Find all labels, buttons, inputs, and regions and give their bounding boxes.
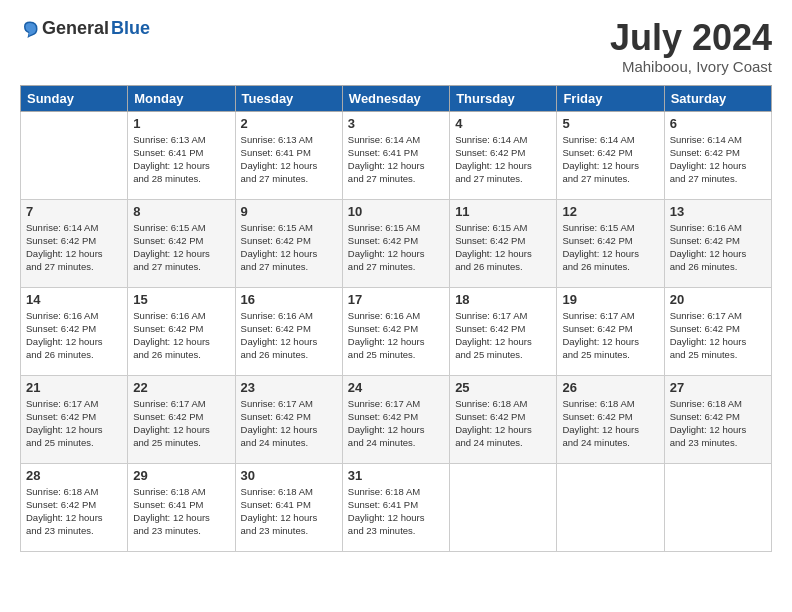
calendar-cell: 25Sunrise: 6:18 AM Sunset: 6:42 PM Dayli… <box>450 375 557 463</box>
calendar-cell: 18Sunrise: 6:17 AM Sunset: 6:42 PM Dayli… <box>450 287 557 375</box>
day-number: 17 <box>348 292 444 307</box>
day-number: 26 <box>562 380 658 395</box>
calendar-week-5: 28Sunrise: 6:18 AM Sunset: 6:42 PM Dayli… <box>21 463 772 551</box>
day-info: Sunrise: 6:14 AM Sunset: 6:42 PM Dayligh… <box>26 221 122 274</box>
day-number: 23 <box>241 380 337 395</box>
calendar-cell: 14Sunrise: 6:16 AM Sunset: 6:42 PM Dayli… <box>21 287 128 375</box>
day-number: 9 <box>241 204 337 219</box>
calendar-cell: 11Sunrise: 6:15 AM Sunset: 6:42 PM Dayli… <box>450 199 557 287</box>
calendar-cell: 1Sunrise: 6:13 AM Sunset: 6:41 PM Daylig… <box>128 111 235 199</box>
day-number: 27 <box>670 380 766 395</box>
day-number: 14 <box>26 292 122 307</box>
calendar-cell: 13Sunrise: 6:16 AM Sunset: 6:42 PM Dayli… <box>664 199 771 287</box>
calendar-header-wednesday: Wednesday <box>342 85 449 111</box>
calendar-cell: 21Sunrise: 6:17 AM Sunset: 6:42 PM Dayli… <box>21 375 128 463</box>
day-info: Sunrise: 6:17 AM Sunset: 6:42 PM Dayligh… <box>133 397 229 450</box>
day-info: Sunrise: 6:17 AM Sunset: 6:42 PM Dayligh… <box>241 397 337 450</box>
calendar-cell: 19Sunrise: 6:17 AM Sunset: 6:42 PM Dayli… <box>557 287 664 375</box>
day-info: Sunrise: 6:16 AM Sunset: 6:42 PM Dayligh… <box>241 309 337 362</box>
day-info: Sunrise: 6:15 AM Sunset: 6:42 PM Dayligh… <box>133 221 229 274</box>
calendar-cell <box>664 463 771 551</box>
day-number: 4 <box>455 116 551 131</box>
calendar-cell: 26Sunrise: 6:18 AM Sunset: 6:42 PM Dayli… <box>557 375 664 463</box>
day-number: 20 <box>670 292 766 307</box>
day-info: Sunrise: 6:18 AM Sunset: 6:41 PM Dayligh… <box>133 485 229 538</box>
day-info: Sunrise: 6:15 AM Sunset: 6:42 PM Dayligh… <box>348 221 444 274</box>
day-info: Sunrise: 6:17 AM Sunset: 6:42 PM Dayligh… <box>348 397 444 450</box>
calendar-cell: 5Sunrise: 6:14 AM Sunset: 6:42 PM Daylig… <box>557 111 664 199</box>
calendar-header-friday: Friday <box>557 85 664 111</box>
day-number: 3 <box>348 116 444 131</box>
month-title: July 2024 <box>610 18 772 58</box>
day-info: Sunrise: 6:17 AM Sunset: 6:42 PM Dayligh… <box>26 397 122 450</box>
calendar-header-tuesday: Tuesday <box>235 85 342 111</box>
calendar-header-monday: Monday <box>128 85 235 111</box>
calendar-cell: 24Sunrise: 6:17 AM Sunset: 6:42 PM Dayli… <box>342 375 449 463</box>
day-number: 15 <box>133 292 229 307</box>
calendar-header-sunday: Sunday <box>21 85 128 111</box>
day-number: 19 <box>562 292 658 307</box>
location-title: Mahiboou, Ivory Coast <box>610 58 772 75</box>
day-number: 22 <box>133 380 229 395</box>
calendar-cell: 29Sunrise: 6:18 AM Sunset: 6:41 PM Dayli… <box>128 463 235 551</box>
day-info: Sunrise: 6:16 AM Sunset: 6:42 PM Dayligh… <box>670 221 766 274</box>
logo-general: General <box>42 18 109 39</box>
calendar-cell: 15Sunrise: 6:16 AM Sunset: 6:42 PM Dayli… <box>128 287 235 375</box>
day-info: Sunrise: 6:14 AM Sunset: 6:42 PM Dayligh… <box>562 133 658 186</box>
day-info: Sunrise: 6:15 AM Sunset: 6:42 PM Dayligh… <box>455 221 551 274</box>
day-number: 8 <box>133 204 229 219</box>
day-info: Sunrise: 6:18 AM Sunset: 6:42 PM Dayligh… <box>455 397 551 450</box>
calendar-cell: 3Sunrise: 6:14 AM Sunset: 6:41 PM Daylig… <box>342 111 449 199</box>
calendar-cell: 7Sunrise: 6:14 AM Sunset: 6:42 PM Daylig… <box>21 199 128 287</box>
day-number: 24 <box>348 380 444 395</box>
day-number: 5 <box>562 116 658 131</box>
day-number: 16 <box>241 292 337 307</box>
day-info: Sunrise: 6:18 AM Sunset: 6:42 PM Dayligh… <box>562 397 658 450</box>
calendar-header-thursday: Thursday <box>450 85 557 111</box>
calendar-week-3: 14Sunrise: 6:16 AM Sunset: 6:42 PM Dayli… <box>21 287 772 375</box>
calendar-cell: 16Sunrise: 6:16 AM Sunset: 6:42 PM Dayli… <box>235 287 342 375</box>
day-info: Sunrise: 6:16 AM Sunset: 6:42 PM Dayligh… <box>26 309 122 362</box>
day-info: Sunrise: 6:13 AM Sunset: 6:41 PM Dayligh… <box>133 133 229 186</box>
day-number: 31 <box>348 468 444 483</box>
day-number: 28 <box>26 468 122 483</box>
calendar-week-2: 7Sunrise: 6:14 AM Sunset: 6:42 PM Daylig… <box>21 199 772 287</box>
calendar-cell: 17Sunrise: 6:16 AM Sunset: 6:42 PM Dayli… <box>342 287 449 375</box>
header: GeneralBlue July 2024 Mahiboou, Ivory Co… <box>20 18 772 75</box>
calendar-header-row: SundayMondayTuesdayWednesdayThursdayFrid… <box>21 85 772 111</box>
day-info: Sunrise: 6:17 AM Sunset: 6:42 PM Dayligh… <box>670 309 766 362</box>
day-number: 25 <box>455 380 551 395</box>
calendar-cell: 22Sunrise: 6:17 AM Sunset: 6:42 PM Dayli… <box>128 375 235 463</box>
day-info: Sunrise: 6:18 AM Sunset: 6:42 PM Dayligh… <box>670 397 766 450</box>
calendar-cell: 10Sunrise: 6:15 AM Sunset: 6:42 PM Dayli… <box>342 199 449 287</box>
day-number: 30 <box>241 468 337 483</box>
day-info: Sunrise: 6:14 AM Sunset: 6:41 PM Dayligh… <box>348 133 444 186</box>
day-number: 12 <box>562 204 658 219</box>
day-number: 29 <box>133 468 229 483</box>
calendar-cell: 12Sunrise: 6:15 AM Sunset: 6:42 PM Dayli… <box>557 199 664 287</box>
calendar-cell: 9Sunrise: 6:15 AM Sunset: 6:42 PM Daylig… <box>235 199 342 287</box>
day-number: 18 <box>455 292 551 307</box>
day-number: 10 <box>348 204 444 219</box>
calendar-cell: 23Sunrise: 6:17 AM Sunset: 6:42 PM Dayli… <box>235 375 342 463</box>
day-info: Sunrise: 6:16 AM Sunset: 6:42 PM Dayligh… <box>133 309 229 362</box>
logo-icon <box>20 19 40 39</box>
calendar-cell: 28Sunrise: 6:18 AM Sunset: 6:42 PM Dayli… <box>21 463 128 551</box>
day-number: 6 <box>670 116 766 131</box>
page: GeneralBlue July 2024 Mahiboou, Ivory Co… <box>0 0 792 612</box>
calendar-cell: 31Sunrise: 6:18 AM Sunset: 6:41 PM Dayli… <box>342 463 449 551</box>
calendar-cell <box>21 111 128 199</box>
day-info: Sunrise: 6:18 AM Sunset: 6:41 PM Dayligh… <box>348 485 444 538</box>
calendar-cell: 20Sunrise: 6:17 AM Sunset: 6:42 PM Dayli… <box>664 287 771 375</box>
day-info: Sunrise: 6:18 AM Sunset: 6:41 PM Dayligh… <box>241 485 337 538</box>
logo-blue: Blue <box>111 18 150 39</box>
calendar-cell: 4Sunrise: 6:14 AM Sunset: 6:42 PM Daylig… <box>450 111 557 199</box>
calendar-week-4: 21Sunrise: 6:17 AM Sunset: 6:42 PM Dayli… <box>21 375 772 463</box>
day-number: 21 <box>26 380 122 395</box>
calendar-cell: 2Sunrise: 6:13 AM Sunset: 6:41 PM Daylig… <box>235 111 342 199</box>
day-info: Sunrise: 6:17 AM Sunset: 6:42 PM Dayligh… <box>455 309 551 362</box>
logo: GeneralBlue <box>20 18 150 39</box>
calendar-cell: 6Sunrise: 6:14 AM Sunset: 6:42 PM Daylig… <box>664 111 771 199</box>
calendar-cell: 30Sunrise: 6:18 AM Sunset: 6:41 PM Dayli… <box>235 463 342 551</box>
day-info: Sunrise: 6:16 AM Sunset: 6:42 PM Dayligh… <box>348 309 444 362</box>
